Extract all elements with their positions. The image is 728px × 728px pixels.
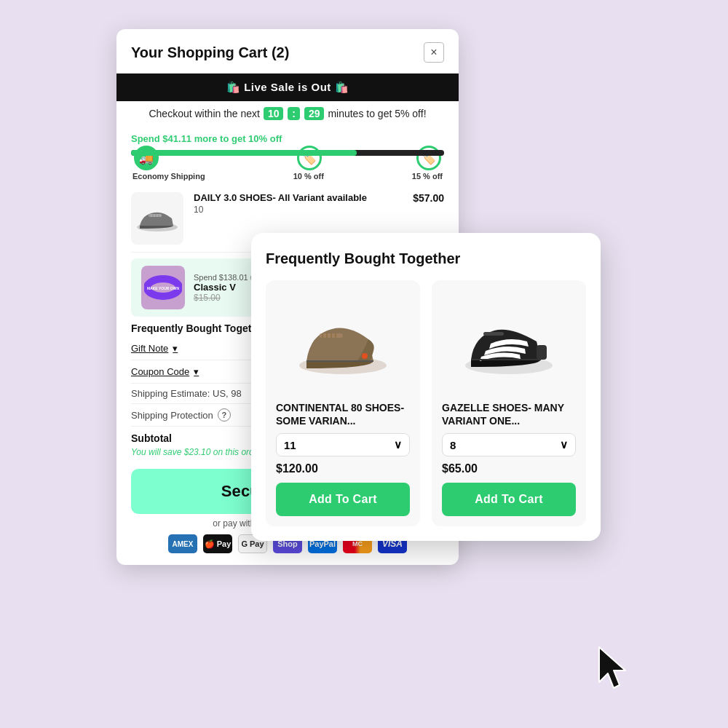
svg-rect-17 [537, 345, 547, 360]
live-sale-banner: 🛍️ Live Sale is Out 🛍️ [116, 74, 459, 101]
shipping-estimate-label: Shipping Estimate: US, 98 [131, 388, 242, 399]
countdown-bar: Checkout within the next 10 : 29 minutes… [116, 101, 459, 126]
fbt-product-1-chevron-icon: ∨ [394, 438, 402, 451]
shipping-protection-help-icon[interactable]: ? [218, 408, 231, 422]
fbt-product-2-name: GAZELLE SHOES- MANY VARIANT ONE... [442, 401, 576, 427]
fbt-product-1-variant[interactable]: 11 ∨ [276, 433, 410, 456]
coupon-code-label: Coupon Code [131, 366, 189, 377]
amex-icon: AMEX [168, 534, 197, 553]
progress-label: Spend $41.11 more to get 10% off [131, 133, 444, 144]
coupon-code-chevron: ▾ [194, 366, 199, 377]
fbt-product-2-add-button[interactable]: Add To Cart [442, 483, 576, 516]
svg-point-14 [362, 353, 368, 359]
fbt-product-2-variant-value: 8 [450, 439, 456, 451]
fbt-product-1-name: CONTINENTAL 80 SHOES-SOME VARIAN... [276, 401, 410, 427]
progress-track [131, 150, 444, 156]
close-button[interactable]: × [424, 42, 444, 63]
milestone-label-3: 15 % off [412, 172, 443, 181]
subtotal-label: Subtotal [131, 432, 172, 444]
cart-item-name-daily: DAILY 3.0 SHOES- All Variant available [194, 192, 403, 203]
svg-rect-1 [149, 214, 162, 217]
gift-note-label: Gift Note [131, 343, 168, 354]
fbt-products-container: CONTINENTAL 80 SHOES-SOME VARIAN... 11 ∨… [266, 280, 586, 526]
fbt-popup: Frequently Bought Together [251, 233, 601, 541]
shipping-protection-label: Shipping Protection [131, 410, 213, 421]
gift-note-chevron: ▾ [173, 343, 178, 354]
fbt-product-1-add-button[interactable]: Add To Cart [276, 483, 410, 516]
fbt-product-2-image [442, 290, 576, 392]
countdown-separator: : [288, 107, 300, 120]
fbt-product-2-chevron-icon: ∨ [560, 438, 568, 451]
fbt-product-1-price: $120.00 [276, 462, 318, 475]
fbt-product-1: CONTINENTAL 80 SHOES-SOME VARIAN... 11 ∨… [266, 280, 420, 526]
daily-shoe-svg [134, 202, 181, 234]
countdown-minutes: 10 [264, 107, 284, 120]
fbt-product-1-variant-value: 11 [284, 439, 296, 451]
upsell-image: MAKE YOUR OWN [141, 266, 185, 309]
svg-marker-19 [599, 647, 625, 688]
svg-text:MAKE YOUR OWN: MAKE YOUR OWN [147, 286, 179, 290]
svg-rect-16 [483, 332, 504, 336]
countdown-text-before: Checkout within the next [149, 108, 260, 119]
progress-section: Spend $41.11 more to get 10% off 🚚 🏷️ 🏷️… [116, 126, 459, 185]
gazelle-shoe-svg [458, 301, 560, 381]
fbt-popup-title: Frequently Bought Together [266, 250, 586, 267]
fbt-product-2-variant[interactable]: 8 ∨ [442, 433, 576, 456]
continental-shoe-svg [292, 301, 394, 381]
milestone-label-2: 10 % off [293, 172, 324, 181]
cursor-svg [593, 644, 630, 692]
apple-pay-icon: 🍎 Pay [203, 534, 232, 553]
countdown-text-after: minutes to get 5% off! [328, 108, 426, 119]
wristband-svg: MAKE YOUR OWN [144, 269, 182, 306]
cart-item-price-daily: $57.00 [413, 192, 444, 204]
cart-item-qty-daily: 10 [194, 205, 403, 215]
cart-title: Your Shopping Cart (2) [131, 44, 289, 61]
fbt-product-2-price: $65.00 [442, 462, 478, 475]
progress-track-wrap [131, 150, 444, 156]
cart-item-details-daily: DAILY 3.0 SHOES- All Variant available 1… [194, 192, 403, 215]
progress-fill [131, 150, 357, 156]
fbt-product-2: GAZELLE SHOES- MANY VARIANT ONE... 8 ∨ $… [432, 280, 586, 526]
cart-header: Your Shopping Cart (2) × [116, 29, 459, 74]
fbt-product-1-image [276, 290, 410, 392]
countdown-seconds: 29 [304, 107, 325, 120]
cart-item-image-daily [131, 192, 183, 245]
milestone-label-1: Economy Shipping [132, 172, 205, 181]
